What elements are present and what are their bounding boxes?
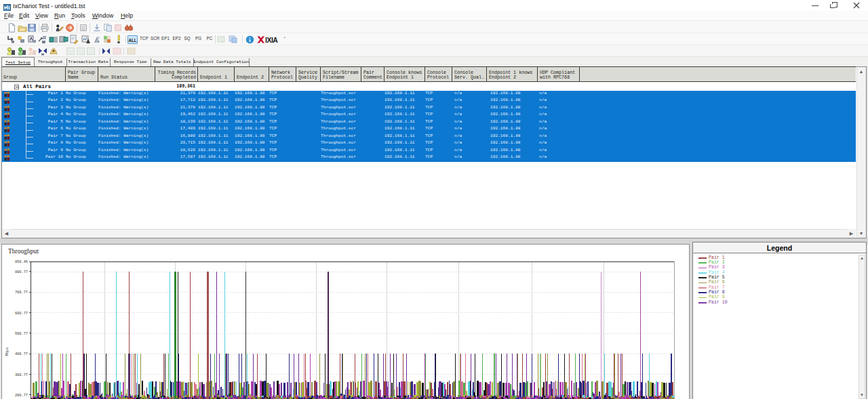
svg-text:Mbps: Mbps	[5, 348, 9, 356]
svg-text:200.77: 200.77	[15, 394, 28, 398]
svg-text:800.77: 800.77	[15, 270, 28, 274]
svg-text:™: ™	[283, 37, 285, 39]
svg-text:IXIA: IXIA	[265, 36, 278, 44]
svg-text:300.77: 300.77	[15, 373, 28, 377]
svg-text:500.77: 500.77	[15, 332, 28, 336]
svg-text:700.77: 700.77	[15, 291, 28, 295]
svg-text:400.77: 400.77	[15, 352, 28, 356]
svg-text:600.77: 600.77	[15, 312, 28, 316]
svg-text:850.46: 850.46	[15, 260, 28, 264]
